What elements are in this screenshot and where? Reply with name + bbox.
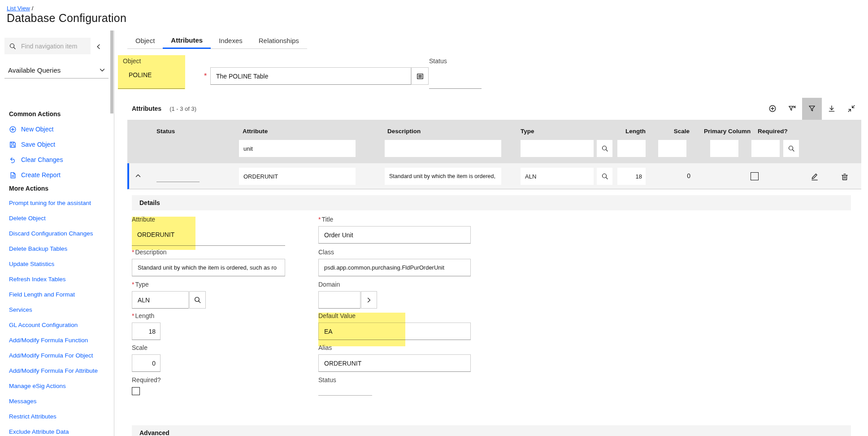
required-marker: * (132, 281, 134, 288)
sidebar-item-messages[interactable]: Messages (9, 397, 37, 406)
filter-type-search-button[interactable] (597, 140, 612, 157)
available-queries-dropdown[interactable]: Available Queries (4, 62, 108, 78)
class-input[interactable] (318, 259, 471, 276)
sidebar-item-save-object[interactable]: Save Object (9, 139, 55, 150)
search-icon (194, 296, 201, 304)
tab-indexes[interactable]: Indexes (211, 32, 251, 49)
common-actions-title: Common Actions (9, 110, 61, 118)
object-value: POLINE (129, 71, 152, 78)
attributes-toolbar-actions (763, 97, 861, 120)
filter-attribute-input[interactable] (239, 140, 356, 157)
tab-attributes[interactable]: Attributes (163, 32, 211, 49)
sidebar-item-add-modify-formula-for-attribute[interactable]: Add/Modify Formula For Attribute (9, 366, 98, 376)
column-header-status: Status (156, 128, 175, 135)
row-status-underline (156, 181, 200, 182)
sidebar-item-add-modify-formula-function[interactable]: Add/Modify Formula Function (9, 336, 88, 345)
class-label: Class (318, 249, 334, 256)
required-checkbox[interactable] (132, 387, 140, 395)
sidebar-item-prompt-tuning[interactable]: Prompt tuning for the assistant (9, 198, 91, 208)
chevron-down-icon (99, 66, 106, 74)
filter-required-search-button[interactable] (783, 140, 799, 157)
clear-filter-button[interactable] (782, 98, 802, 120)
advanced-section-header: Advanced (132, 425, 851, 436)
filter-required-input[interactable] (751, 140, 780, 157)
delete-row-button[interactable] (839, 171, 850, 182)
length-input[interactable] (132, 323, 161, 340)
collapse-row-button[interactable] (133, 170, 143, 181)
default-value-label: Default Value (318, 312, 356, 319)
row-description-input[interactable] (385, 168, 501, 185)
available-queries-label: Available Queries (8, 66, 61, 74)
attributes-title-row: Attributes (1 - 3 of 3) (132, 97, 196, 120)
sidebar-collapse-button[interactable] (92, 40, 105, 53)
tab-relationships[interactable]: Relationships (251, 32, 307, 49)
add-attribute-button[interactable] (763, 98, 782, 120)
sidebar-item-delete-backup-tables[interactable]: Delete Backup Tables (9, 244, 67, 254)
filter-primary-column-input[interactable] (710, 140, 738, 157)
required-marker: * (132, 312, 134, 319)
filter-length-input[interactable] (617, 140, 646, 157)
breadcrumb-list-view-link[interactable]: List View (7, 5, 30, 12)
attributes-toolbar (127, 97, 861, 120)
tab-object[interactable]: Object (127, 32, 163, 49)
detail-menu-button[interactable] (411, 67, 429, 85)
filter-button[interactable] (802, 98, 822, 120)
filter-description-input[interactable] (385, 140, 501, 157)
type-search-button[interactable] (189, 291, 206, 309)
edit-icon (811, 173, 819, 181)
default-value-input[interactable] (318, 323, 471, 340)
search-icon (788, 145, 795, 152)
scale-input[interactable] (132, 354, 161, 372)
object-field-underline (118, 88, 185, 89)
sidebar-item-add-modify-formula-for-object[interactable]: Add/Modify Formula For Object (9, 351, 93, 361)
row-attribute-input[interactable] (239, 168, 356, 185)
sidebar-item-exclude-attribute-data[interactable]: Exclude Attribute Data (9, 427, 69, 436)
search-icon (601, 145, 608, 152)
plus-circle-icon (768, 105, 777, 113)
sidebar-item-create-report[interactable]: Create Report (9, 170, 61, 180)
row-type-search-button[interactable] (597, 168, 612, 185)
row-type-input[interactable] (521, 168, 594, 185)
required-label: Required? (132, 376, 161, 384)
download-button[interactable] (822, 98, 842, 120)
description-label: *Description (132, 249, 166, 256)
sidebar-item-new-object[interactable]: New Object (9, 124, 53, 135)
filter-type-input[interactable] (521, 140, 594, 157)
sidebar-scrollbar-thumb[interactable] (110, 31, 113, 113)
column-header-length: Length (619, 128, 646, 135)
object-label: Object (123, 57, 141, 65)
navigation-sidebar: Available Queries Common Actions New Obj… (0, 31, 114, 436)
filter-scale-input[interactable] (658, 140, 686, 157)
details-title: Details (139, 199, 160, 206)
sidebar-item-discard-configuration-changes[interactable]: Discard Configuration Changes (9, 229, 93, 239)
sidebar-item-gl-account-configuration[interactable]: GL Account Configuration (9, 320, 78, 330)
description-input[interactable] (132, 259, 285, 276)
row-primary-column-checkbox[interactable] (751, 172, 759, 180)
domain-chevron-button[interactable] (361, 291, 377, 309)
column-header-primary-column: Primary Column (704, 128, 751, 135)
sidebar-item-manage-esig-actions[interactable]: Manage eSig Actions (9, 381, 66, 391)
sidebar-item-services[interactable]: Services (9, 305, 32, 315)
sidebar-item-label: Save Object (21, 141, 55, 148)
sidebar-item-delete-object[interactable]: Delete Object (9, 214, 46, 223)
type-input[interactable] (132, 291, 189, 309)
report-icon (9, 171, 17, 179)
sidebar-item-clear-changes[interactable]: Clear Changes (9, 154, 63, 165)
row-length-input[interactable] (617, 168, 646, 185)
minimize-button[interactable] (842, 98, 861, 120)
domain-input[interactable] (318, 291, 360, 309)
title-input[interactable] (318, 226, 471, 244)
sidebar-item-restrict-attributes[interactable]: Restrict Attributes (9, 412, 56, 422)
sidebar-item-refresh-index-tables[interactable]: Refresh Index Tables (9, 275, 66, 284)
search-input[interactable] (20, 42, 85, 50)
sidebar-item-field-length-and-format[interactable]: Field Length and Format (9, 290, 75, 300)
sidebar-item-update-statistics[interactable]: Update Statistics (9, 259, 54, 269)
minimize-icon (847, 105, 855, 113)
sidebar-item-label: Clear Changes (21, 156, 63, 163)
edit-row-button[interactable] (809, 171, 820, 182)
alias-input[interactable] (318, 354, 471, 372)
attributes-count: (1 - 3 of 3) (169, 105, 196, 112)
alias-label: Alias (318, 344, 332, 351)
row-scale-value: 0 (672, 172, 690, 179)
object-description-input[interactable] (210, 67, 411, 85)
